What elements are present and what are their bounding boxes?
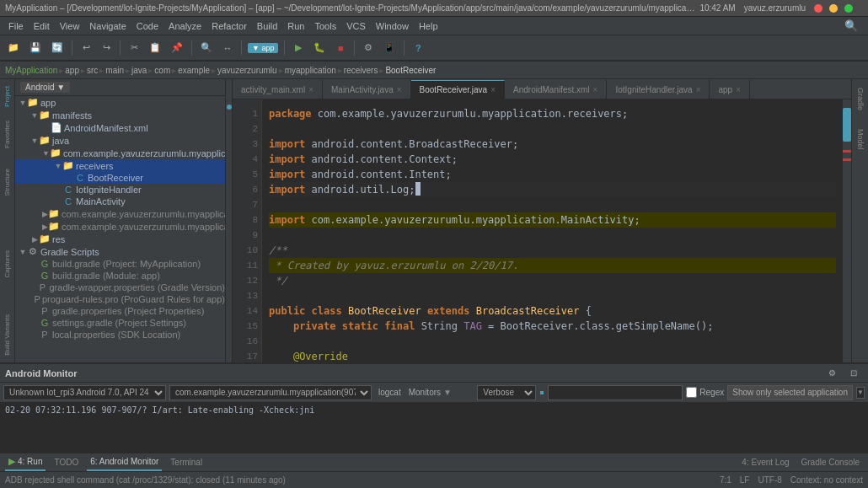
favorites-tab-vertical[interactable]: Favorites <box>2 114 13 155</box>
project-tab-vertical[interactable]: Project <box>2 79 13 114</box>
tree-manifest-file[interactable]: 📄 AndroidManifest.xml <box>15 121 225 134</box>
tree-manifests-folder[interactable]: ▼ 📁 manifests <box>15 109 225 121</box>
close-icon[interactable]: × <box>736 85 741 94</box>
tree-package-folder[interactable]: ▼ 📁 com.example.yavuzerzurumlu.myapplica… <box>15 147 225 159</box>
toolbar-redo-btn[interactable]: ↪ <box>97 39 115 57</box>
breadcrumb-com[interactable]: com <box>154 66 170 75</box>
package-select[interactable]: com.example.yavuzerzurumlu.myapplication… <box>169 385 372 400</box>
toolbar-find-btn[interactable]: 🔍 <box>196 39 217 57</box>
menu-edit[interactable]: Edit <box>29 17 55 35</box>
toolbar-sync-btn[interactable]: 🔄 <box>47 39 67 57</box>
search-input[interactable] <box>548 385 683 400</box>
menu-analyze[interactable]: Analyze <box>163 17 206 35</box>
menu-vcs[interactable]: VCS <box>341 17 371 35</box>
tree-local-props[interactable]: P local.properties (SDK Location) <box>15 329 225 341</box>
tree-settings-gradle[interactable]: G settings.gradle (Project Settings) <box>15 317 225 329</box>
tree-pkg-an-folder[interactable]: ▶ 📁 com.example.yavuzerzurumlu.myapplica… <box>15 207 225 220</box>
tab-iotignite[interactable]: IotIgniteHandler.java × <box>607 80 710 99</box>
toolbar-copy-btn[interactable]: 📋 <box>145 39 165 57</box>
toolbar-paste-btn[interactable]: 📌 <box>167 39 187 57</box>
toolbar-stop-btn[interactable]: ■ <box>331 39 350 57</box>
breadcrumb-main[interactable]: main <box>105 66 124 75</box>
monitor-dropdown-icon[interactable]: ▼ <box>443 388 452 397</box>
tree-gradle-scripts-folder[interactable]: ▼ ⚙ Gradle Scripts <box>15 245 225 258</box>
breadcrumb-app[interactable]: app <box>65 66 79 75</box>
menu-run[interactable]: Run <box>282 17 309 35</box>
tab-mainactivity[interactable]: MainActivity.java × <box>323 80 411 99</box>
tab-app[interactable]: app × <box>710 80 750 99</box>
menu-navigate[interactable]: Navigate <box>84 17 131 35</box>
menu-help[interactable]: Help <box>414 17 443 35</box>
tree-proguard[interactable]: P proguard-rules.pro (ProGuard Rules for… <box>15 293 225 305</box>
build-variants-tab-vertical[interactable]: Build Variants <box>2 308 13 362</box>
breadcrumb-bootreceiver[interactable]: BootReceiver <box>385 66 436 75</box>
breadcrumb-java[interactable]: java <box>131 66 147 75</box>
tab-activity-main[interactable]: activity_main.xml × <box>233 80 323 99</box>
menu-tools[interactable]: Tools <box>309 17 341 35</box>
tree-gradle-props[interactable]: P gradle.properties (Project Properties) <box>15 305 225 317</box>
tree-mainactivity-file[interactable]: C MainActivity <box>15 196 225 207</box>
gradle-tab[interactable]: Gradle <box>855 83 866 115</box>
toolbar-replace-btn[interactable]: ↔ <box>218 39 237 57</box>
breadcrumb-myapplication[interactable]: myapplication <box>285 66 336 75</box>
model-tab[interactable]: Model <box>855 124 866 155</box>
code-content[interactable]: package com.example.yavuzerzurumlu.myapp… <box>262 99 843 362</box>
close-icon[interactable]: × <box>308 85 313 94</box>
menu-window[interactable]: Window <box>371 17 414 35</box>
toolbar-debug-btn[interactable]: 🐛 <box>309 39 330 57</box>
run-tab-messages[interactable]: 6: Android Monitor <box>87 453 162 471</box>
menu-view[interactable]: View <box>55 17 85 35</box>
toolbar-sdk-btn[interactable]: ⚙ <box>359 39 378 57</box>
tree-gradle-wrapper[interactable]: P gradle-wrapper.properties (Gradle Vers… <box>15 282 225 293</box>
log-level-select[interactable]: Verbose <box>477 385 536 400</box>
tree-build-gradle-app[interactable]: G build.gradle (Module: app) <box>15 270 225 282</box>
run-tab-eventlog[interactable]: 4: Event Log <box>738 453 792 471</box>
device-select[interactable]: Unknown lot_rpi3 Android 7.0, API 24 <box>3 385 166 400</box>
tab-androidmanifest[interactable]: AndroidManifest.xml × <box>505 80 607 99</box>
scrollbar[interactable] <box>843 99 851 362</box>
close-icon[interactable]: × <box>696 85 701 94</box>
breadcrumb-receivers[interactable]: receivers <box>344 66 378 75</box>
regex-checkbox[interactable] <box>686 387 697 398</box>
toolbar-run-btn[interactable]: ▶ <box>289 39 308 57</box>
tree-build-gradle-proj[interactable]: G build.gradle (Project: MyApplication) <box>15 258 225 270</box>
menu-refactor[interactable]: Refactor <box>206 17 252 35</box>
close-icon[interactable]: × <box>593 85 598 94</box>
toolbar-save-btn[interactable]: 💾 <box>25 39 46 57</box>
tree-receivers-folder[interactable]: ▼ 📁 receivers <box>15 159 225 172</box>
breadcrumb-myapp[interactable]: MyApplication <box>5 66 57 75</box>
window-controls[interactable] <box>814 4 856 13</box>
toolbar-help-btn[interactable]: ? <box>409 39 427 57</box>
tree-res-folder[interactable]: ▶ 📁 res <box>15 233 225 245</box>
show-only-btn[interactable]: Show only selected application <box>727 385 853 400</box>
breadcrumb-yavuz[interactable]: yavuzerzurumlu <box>217 66 277 75</box>
run-tab-todo[interactable]: TODO <box>51 453 82 471</box>
menu-build[interactable]: Build <box>252 17 282 35</box>
dropdown-arrow[interactable]: ▼ <box>856 387 865 399</box>
breadcrumb-example[interactable]: example <box>178 66 210 75</box>
tree-pkg-te-folder[interactable]: ▶ 📁 com.example.yavuzerzurumlu.myapplica… <box>15 220 225 233</box>
structure-tab-vertical[interactable]: Structure <box>2 162 13 202</box>
toolbar-open-btn[interactable]: 📁 <box>3 39 24 57</box>
breadcrumb-src[interactable]: src <box>87 66 98 75</box>
search-icon[interactable]: 🔍 <box>838 19 865 32</box>
scrollbar-thumb[interactable] <box>843 108 851 142</box>
run-tab-gradleconsole[interactable]: Gradle Console <box>798 453 863 471</box>
menu-file[interactable]: File <box>3 17 29 35</box>
close-icon[interactable]: × <box>490 85 496 94</box>
close-icon[interactable]: × <box>397 85 402 94</box>
run-tab-run[interactable]: ▶ 4: Run <box>5 453 46 471</box>
toolbar-cut-btn[interactable]: ✂ <box>125 39 143 57</box>
tab-bootreceiver[interactable]: BootReceiver.java × <box>411 80 505 99</box>
captures-tab-vertical[interactable]: Captures <box>2 244 13 284</box>
toolbar-avd-btn[interactable]: 📱 <box>379 39 399 57</box>
run-tab-terminal[interactable]: Terminal <box>167 453 206 471</box>
tree-iotignite-file[interactable]: C IotIgniteHandler <box>15 184 225 196</box>
android-dropdown[interactable]: Android ▼ <box>20 82 70 93</box>
tree-java-folder[interactable]: ▼ 📁 java <box>15 134 225 147</box>
toolbar-undo-btn[interactable]: ↩ <box>77 39 95 57</box>
regex-checkbox-label[interactable]: Regex <box>686 387 724 398</box>
tree-bootreceiver-file[interactable]: C BootReceiver <box>15 172 225 184</box>
tree-app-folder[interactable]: ▼ 📁 app <box>15 96 225 109</box>
monitor-settings-btn[interactable]: ⚙ <box>822 364 841 383</box>
